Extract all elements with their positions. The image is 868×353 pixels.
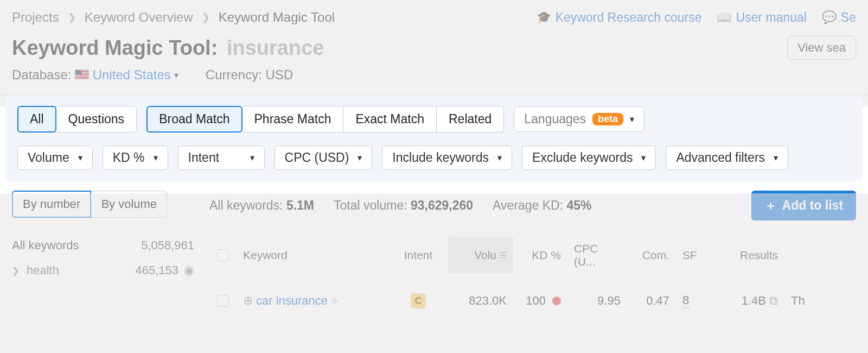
- match-type-tabs: Broad Match Phrase Match Exact Match Rel…: [146, 106, 504, 133]
- breadcrumb-item[interactable]: Projects: [12, 10, 59, 25]
- sidebar-item-count: 465,153: [135, 263, 178, 278]
- manual-link[interactable]: 📖 User manual: [717, 10, 806, 25]
- col-sf[interactable]: SF: [676, 237, 709, 274]
- page-title: Keyword Magic Tool:: [12, 36, 218, 59]
- intent-filter-label: Intent: [188, 150, 220, 165]
- currency-display: Currency: USD: [206, 67, 293, 83]
- chevron-down-icon: ▾: [774, 153, 778, 163]
- database-value: United States: [93, 67, 171, 83]
- sort-by-volume[interactable]: By volume: [91, 191, 167, 218]
- sort-by-number[interactable]: By number: [12, 191, 91, 218]
- chat-icon: 💬: [822, 10, 837, 24]
- tab-phrase-match[interactable]: Phrase Match: [242, 106, 344, 133]
- sort-toggle: By number By volume: [12, 191, 196, 218]
- volume-filter-label: Volume: [28, 150, 69, 165]
- sidebar-item-label: health: [27, 263, 59, 278]
- tab-broad-match[interactable]: Broad Match: [146, 106, 242, 133]
- col-cpc[interactable]: CPC (U...: [567, 237, 627, 274]
- course-link-label: Keyword Research course: [556, 10, 702, 25]
- sidebar-item-health[interactable]: ❯ health 465,153 ◉: [12, 258, 196, 283]
- header-links: 🎓 Keyword Research course 📖 User manual …: [537, 10, 856, 25]
- chevron-down-icon: ▾: [250, 153, 254, 163]
- sort-desc-icon: ☰: [500, 251, 507, 260]
- tab-exact-match[interactable]: Exact Match: [343, 106, 437, 133]
- double-chevron-icon[interactable]: »: [331, 294, 337, 308]
- kd-difficulty-dot-icon: [552, 297, 561, 305]
- course-link[interactable]: 🎓 Keyword Research course: [537, 10, 702, 25]
- row-checkbox[interactable]: [217, 295, 229, 307]
- tab-questions[interactable]: Questions: [56, 106, 137, 133]
- sidebar-item-count: 5,058,961: [141, 238, 194, 253]
- volume-filter[interactable]: Volume ▾: [17, 146, 93, 170]
- feedback-link[interactable]: 💬 Se: [822, 10, 856, 25]
- filter-band: All Questions Broad Match Phrase Match E…: [5, 96, 863, 181]
- cell-sf: 8: [676, 290, 709, 312]
- advanced-filter-label: Advanced filters: [676, 150, 765, 165]
- us-flag-icon: [75, 70, 89, 79]
- book-icon: 📖: [717, 10, 731, 24]
- groups-sidebar: By number By volume All keywords 5,058,9…: [12, 191, 196, 312]
- intent-badge: C: [411, 293, 426, 308]
- include-keywords-filter[interactable]: Include keywords ▾: [382, 146, 512, 170]
- col-volume[interactable]: Volu ☰: [448, 237, 513, 274]
- stat-volume-value: 93,629,260: [411, 198, 473, 212]
- col-kd[interactable]: KD %: [513, 237, 567, 274]
- stat-kd-value: 45%: [566, 198, 591, 212]
- stat-volume-label: Total volume:: [334, 198, 407, 212]
- serp-snapshot-icon[interactable]: ⧉: [769, 294, 778, 308]
- currency-value: USD: [266, 67, 293, 82]
- chevron-right-icon: ❯: [12, 266, 19, 276]
- chevron-down-icon: ▾: [358, 153, 362, 163]
- chevron-down-icon: ▾: [174, 70, 178, 80]
- database-label: Database:: [12, 67, 71, 82]
- languages-label: Languages: [524, 112, 586, 127]
- cell-volume: 823.0K: [448, 290, 513, 312]
- tab-all[interactable]: All: [17, 106, 56, 133]
- kd-filter-label: KD %: [113, 150, 145, 165]
- sidebar-item-label: All keywords: [12, 238, 79, 253]
- sidebar-item-all[interactable]: All keywords 5,058,961: [12, 233, 196, 258]
- breadcrumb-item[interactable]: Keyword Magic Tool: [219, 10, 335, 25]
- col-results[interactable]: Results: [709, 237, 784, 274]
- exclude-filter-label: Exclude keywords: [532, 150, 633, 165]
- col-intent[interactable]: Intent: [388, 237, 448, 274]
- advanced-filters[interactable]: Advanced filters ▾: [666, 146, 788, 170]
- view-search-button[interactable]: View sea: [787, 36, 856, 60]
- chevron-down-icon: ▾: [78, 153, 82, 163]
- col-com[interactable]: Com.: [627, 237, 676, 274]
- eye-icon[interactable]: ◉: [184, 263, 194, 278]
- breadcrumb-item[interactable]: Keyword Overview: [85, 10, 193, 25]
- keyword-link[interactable]: car insurance: [256, 294, 328, 308]
- add-keyword-icon[interactable]: ⊕: [243, 294, 253, 308]
- table-row: ⊕ car insurance » C 823.0K 100 9.95 0.47…: [209, 290, 856, 312]
- table-header: Keyword Intent Volu ☰ KD % CPC (U... Com…: [209, 237, 856, 274]
- col-keyword[interactable]: Keyword: [237, 237, 388, 274]
- chevron-down-icon: ▾: [641, 153, 646, 163]
- stat-kd-label: Average KD:: [493, 198, 563, 212]
- beta-badge: beta: [592, 113, 623, 125]
- chevron-down-icon: ▾: [630, 114, 634, 124]
- chevron-down-icon: ▾: [497, 153, 502, 163]
- currency-label: Currency:: [206, 67, 262, 82]
- database-selector[interactable]: Database: United States ▾: [12, 67, 178, 83]
- select-all-checkbox[interactable]: [217, 249, 229, 261]
- intent-filter[interactable]: Intent ▾: [178, 146, 265, 170]
- kd-filter[interactable]: KD % ▾: [103, 146, 168, 170]
- feedback-link-label: Se: [841, 10, 856, 25]
- tab-related[interactable]: Related: [437, 106, 504, 133]
- breadcrumb: Projects ❯ Keyword Overview ❯ Keyword Ma…: [12, 10, 335, 25]
- graduation-cap-icon: 🎓: [537, 10, 551, 24]
- cell-kd: 100: [513, 290, 567, 312]
- page-title-keyword: insurance: [227, 36, 324, 59]
- plus-icon: ＋: [764, 197, 777, 214]
- languages-filter[interactable]: Languages beta ▾: [514, 106, 644, 132]
- stat-all-label: All keywords:: [209, 198, 283, 212]
- add-to-list-button[interactable]: ＋ Add to list: [751, 191, 856, 220]
- chevron-down-icon: ▾: [154, 153, 158, 163]
- keyword-type-tabs: All Questions: [17, 106, 137, 133]
- manual-link-label: User manual: [736, 10, 806, 25]
- cell-results: 1.4B ⧉: [709, 290, 784, 312]
- main-panel: All keywords: 5.1M Total volume: 93,629,…: [209, 191, 856, 312]
- cpc-filter[interactable]: CPC (USD) ▾: [275, 146, 373, 170]
- exclude-keywords-filter[interactable]: Exclude keywords ▾: [522, 146, 656, 170]
